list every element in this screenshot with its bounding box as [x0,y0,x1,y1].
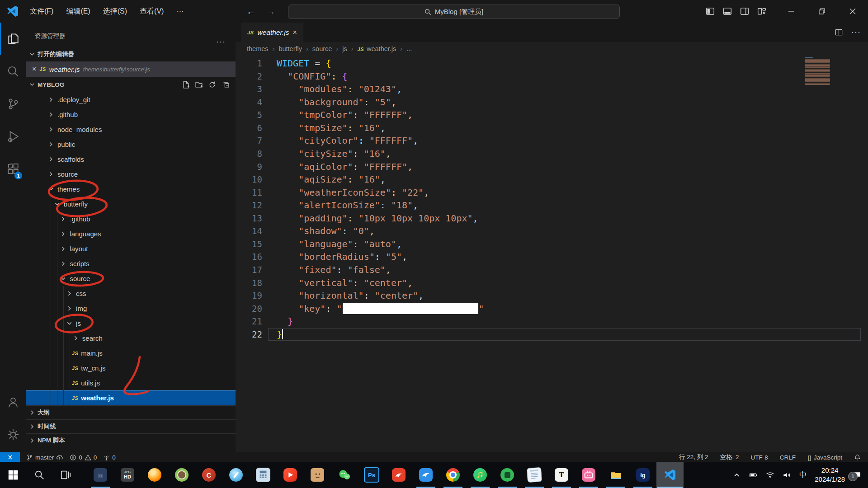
refresh-icon[interactable] [208,81,216,89]
taskbar-video-player[interactable] [277,462,304,488]
tray-chevron-up-icon[interactable] [732,471,741,479]
root-folder-section[interactable]: MYBLOG [26,77,236,92]
taskbar-chrome[interactable] [439,462,467,488]
code-line[interactable]: 13 "padding": "10px 10px 10px 10px", [236,212,868,225]
customize-layout-icon[interactable] [757,6,767,16]
taskbar-jpg-hd-converter[interactable]: JPGHD [114,462,141,488]
taskbar-cat-app[interactable] [87,462,114,488]
toggle-panel-icon[interactable] [722,6,732,16]
activitybar-run-debug[interactable] [0,120,26,153]
menu-item[interactable]: 选择(S) [97,0,133,23]
wifi-icon[interactable] [766,471,774,479]
taskbar-clock[interactable]: 20:24 2024/1/28 [815,466,845,484]
eol-sequence[interactable]: CRLF [780,454,796,461]
taskbar-photoshop[interactable]: Ps [358,462,385,488]
taskbar-file-explorer[interactable] [602,462,629,488]
open-editor-weather-js[interactable]: × JS weather.js themes\butterfly\source\… [26,61,236,77]
code-line[interactable]: 12 "alertIconSize": "18", [236,199,868,212]
open-editors-section[interactable]: 打开的编辑器 [26,47,236,61]
code-line[interactable]: 5 "tmpColor": "FFFFFF", [236,108,868,122]
start-button[interactable] [0,462,26,488]
restore-button[interactable] [807,0,837,23]
menu-item[interactable]: 文件(F) [24,0,60,23]
activitybar-accounts[interactable] [0,386,26,418]
code-line[interactable]: 15 "language": "auto", [236,238,868,251]
language-mode[interactable]: {}JavaScript [807,454,842,461]
code-line[interactable]: 14 "shadow": "0", [236,225,868,238]
collapse-all-icon[interactable] [222,81,229,89]
code-line[interactable]: 8 "citySize": "16", [236,147,868,160]
code-line[interactable]: 16 "borderRadius": "5", [236,250,868,263]
taskbar-wechat[interactable] [331,462,358,488]
taskbar-ig-app[interactable]: ig [629,462,656,488]
close-button[interactable] [837,0,868,23]
code-line[interactable]: 7 "cityColor": "FFFFFF", [236,134,868,147]
taskbar-red-bird-app[interactable] [385,462,412,488]
tree-item-themes[interactable]: themes [26,182,236,197]
editor-more-actions[interactable]: ··· [851,28,861,37]
breadcrumb-item[interactable]: JSweather.js [358,45,396,52]
cursor-position[interactable]: 行 22, 列 2 [679,453,708,461]
tree-item-source[interactable]: source [26,167,236,182]
ime-indicator[interactable]: 中 [799,470,807,480]
code-line[interactable]: 20 "key": "" [236,302,868,315]
remote-indicator[interactable] [0,452,20,462]
tree-item-.deploy_git[interactable]: .deploy_git [26,92,236,107]
tree-item-butterfly[interactable]: butterfly [26,197,236,211]
code-line[interactable]: 9 "aqiColor": "FFFFFF", [236,160,868,174]
breadcrumb-item[interactable]: ... [406,45,412,52]
code-line[interactable]: 6 "tmpSize": "16", [236,122,868,135]
tree-item-scaffolds[interactable]: scaffolds [26,152,236,167]
code-line[interactable]: 17 "fixed": "false", [236,263,868,277]
notifications-bell[interactable] [854,454,861,461]
taskbar-calculator[interactable] [250,462,277,488]
breadcrumb-item[interactable]: source [312,45,332,52]
volume-icon[interactable] [783,471,791,479]
new-file-icon[interactable] [182,81,190,89]
battery-icon[interactable] [749,471,758,479]
ports-status[interactable]: 0 [103,454,116,461]
minimize-button[interactable] [776,0,807,23]
tree-item-public[interactable]: public [26,137,236,152]
taskbar-search[interactable] [26,462,52,488]
activitybar-extensions[interactable]: 1 [0,153,26,185]
minimap[interactable] [805,57,830,85]
breadcrumb-item[interactable]: butterfly [278,45,302,52]
code-line[interactable]: 18 "vertical": "center", [236,277,868,290]
new-folder-icon[interactable] [195,81,203,89]
breadcrumb-item[interactable]: themes [247,45,269,52]
taskbar-coconut-app[interactable] [168,462,195,488]
activitybar-explorer[interactable] [0,23,26,55]
problems-status[interactable]: 0 0 [70,454,97,461]
encoding[interactable]: UTF-8 [750,454,768,461]
taskbar-notepad[interactable] [521,462,548,488]
notification-center[interactable]: 1 [853,471,862,479]
menu-item[interactable]: 编辑(E) [60,0,96,23]
command-center-search[interactable]: MyBlog [管理员] [288,5,620,19]
taskbar-cleaner-tool[interactable] [222,462,250,488]
code-line[interactable]: 19 "horizontal": "center", [236,289,868,302]
code-line[interactable]: 11 "weatherIconSize": "22", [236,186,868,199]
taskbar-thunder[interactable] [412,462,439,488]
code-line[interactable]: 1WIDGET = { [236,57,868,70]
taskbar-bilibili[interactable] [575,462,602,488]
taskbar-avatar-app[interactable] [304,462,331,488]
task-view[interactable] [52,462,79,488]
code-line[interactable]: 21 } [236,315,868,328]
nav-forward-button[interactable]: → [266,6,275,17]
indentation[interactable]: 空格: 2 [720,453,739,461]
taskbar-typora[interactable]: T [548,462,575,488]
code-line[interactable]: 10 "aqiSize": "16", [236,173,868,186]
split-editor-icon[interactable] [835,28,843,37]
code-line[interactable]: 2 "CONFIG": { [236,70,868,83]
toggle-sidebar-icon[interactable] [705,6,715,16]
tree-item-.github[interactable]: .github [26,107,236,122]
breadcrumb-item[interactable]: js [342,45,347,52]
taskbar-green-note-app[interactable] [494,462,521,488]
activitybar-source-control[interactable] [0,88,26,120]
taskbar-vscode[interactable] [656,462,684,488]
tab-weather-js[interactable]: JS weather.js × [241,23,303,42]
code-area[interactable]: 1WIDGET = {2 "CONFIG": {3 "modules": "01… [236,55,868,452]
taskbar-ccleaner[interactable]: C [195,462,222,488]
tree-item-node_modules[interactable]: node_modules [26,122,236,137]
